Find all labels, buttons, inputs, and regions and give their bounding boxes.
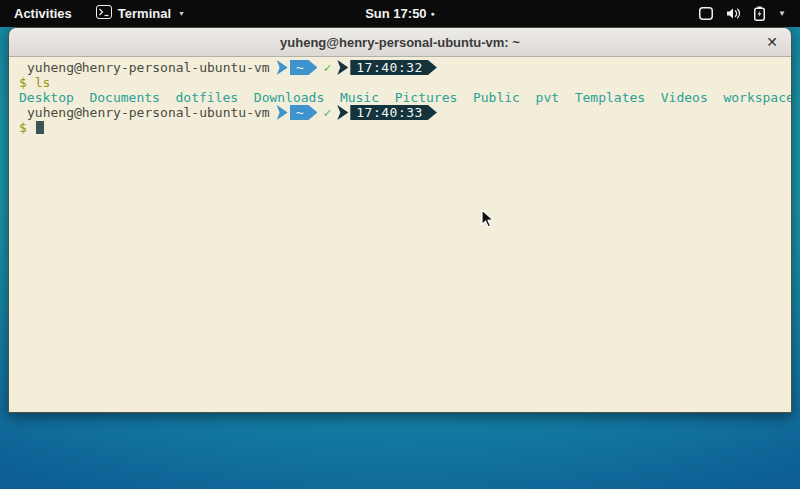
prompt-line-1: yuheng@henry-personal-ubuntu-vm ~ ✓ 17:4… — [19, 60, 781, 75]
volume-icon — [726, 7, 741, 20]
time-arrow-icon — [337, 60, 348, 75]
status-check-icon: ✓ — [323, 60, 331, 75]
titlebar[interactable]: yuheng@henry-personal-ubuntu-vm: ~ ✕ — [9, 28, 791, 57]
terminal-screen[interactable]: yuheng@henry-personal-ubuntu-vm ~ ✓ 17:4… — [9, 57, 791, 412]
window-title: yuheng@henry-personal-ubuntu-vm: ~ — [280, 35, 520, 50]
cwd-arrow-icon — [277, 60, 288, 75]
battery-charging-icon — [754, 6, 765, 21]
command-text — [27, 75, 35, 90]
prompt-line-2: yuheng@henry-personal-ubuntu-vm ~ ✓ 17:4… — [19, 105, 781, 120]
terminal-window: yuheng@henry-personal-ubuntu-vm: ~ ✕ yuh… — [8, 27, 792, 413]
status-check-icon: ✓ — [323, 105, 331, 120]
command-value: ls — [35, 75, 51, 90]
system-menu-chevron-icon: ▼ — [778, 9, 786, 18]
clock-label: Sun 17:50 — [365, 6, 426, 21]
top-bar: Activities Terminal ▼ Sun 17:50 ● — [0, 0, 800, 27]
cwd-segment: ~ — [290, 105, 318, 120]
cwd-segment: ~ — [290, 60, 318, 75]
close-icon: ✕ — [766, 34, 778, 50]
close-button[interactable]: ✕ — [762, 32, 782, 52]
terminal-cursor — [36, 121, 44, 134]
desktop-background: { "top_bar": { "activities_label": "Acti… — [0, 0, 800, 489]
prompt-symbol: $ — [19, 120, 27, 135]
notification-dot: ● — [431, 10, 435, 17]
app-menu[interactable]: Terminal ▼ — [86, 0, 195, 27]
cwd-arrow-icon — [277, 105, 288, 120]
app-menu-label: Terminal — [118, 6, 171, 21]
ls-output: Desktop Documents dotfiles Downloads Mus… — [19, 90, 792, 105]
input-line[interactable]: $ — [19, 120, 781, 135]
time-arrow-icon — [337, 105, 348, 120]
screen-icon — [699, 7, 713, 20]
clock-button[interactable]: Sun 17:50 ● — [355, 0, 445, 27]
terminal-app-icon — [96, 5, 112, 22]
activities-button[interactable]: Activities — [0, 0, 86, 27]
command-line: $ ls — [19, 75, 781, 90]
ls-output-line: Desktop Documents dotfiles Downloads Mus… — [19, 90, 781, 105]
time-segment: 17:40:32 — [350, 60, 437, 75]
prompt-symbol: $ — [19, 75, 27, 90]
prompt-userhost: yuheng@henry-personal-ubuntu-vm — [27, 60, 270, 75]
app-menu-chevron-icon: ▼ — [178, 10, 185, 17]
activities-label: Activities — [14, 6, 72, 21]
prompt-userhost: yuheng@henry-personal-ubuntu-vm — [27, 105, 270, 120]
time-segment: 17:40:33 — [350, 105, 437, 120]
system-menu[interactable]: ▼ — [685, 0, 800, 27]
